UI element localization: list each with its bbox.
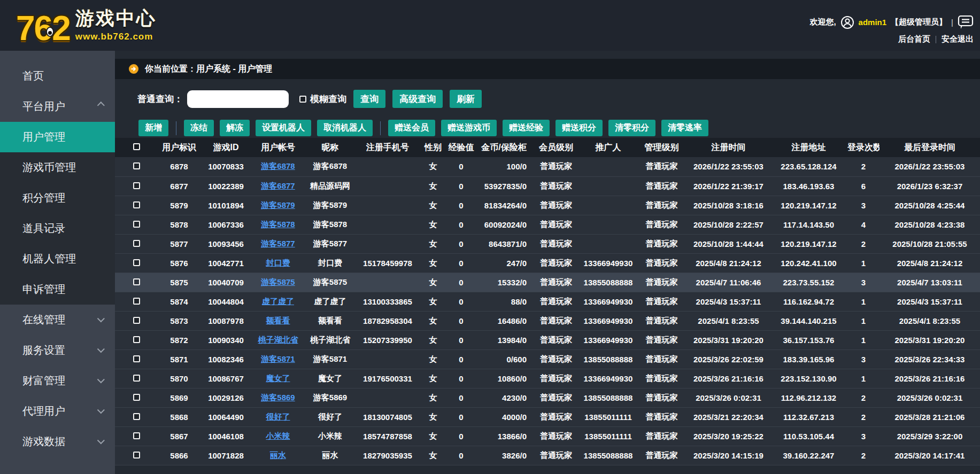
nav-safe-logout[interactable]: 安全退出 [942, 34, 974, 44]
freeze-button[interactable]: 冻结 [184, 120, 214, 136]
cell-exp: 0 [446, 407, 476, 426]
cell-last_login: 2025/3/20 14:17:41 [879, 446, 980, 465]
row-checkbox[interactable] [133, 452, 140, 459]
user-account-link[interactable]: 游客5875 [261, 277, 295, 286]
row-checkbox[interactable] [133, 355, 140, 362]
cell-promoter: 13855088888 [580, 446, 636, 465]
cell-nickname: 游客5879 [305, 196, 356, 215]
row-checkbox[interactable] [133, 432, 140, 439]
cell-last_login: 2025/3/26 0:02:31 [879, 388, 980, 407]
user-account-link[interactable]: 游客5879 [261, 200, 295, 209]
cell-game_id: 10082346 [200, 349, 251, 369]
sidebar-item-game-coin-management[interactable]: 游戏币管理 [0, 152, 115, 183]
row-checkbox[interactable] [133, 317, 140, 324]
gift-exp-button[interactable]: 赠送经验 [503, 120, 550, 136]
advanced-query-button[interactable]: 高级查询 [392, 90, 443, 108]
cell-user_id: 5869 [158, 388, 200, 407]
fuzzy-checkbox[interactable] [299, 96, 306, 103]
cell-reg_time: 2025/3/20 19:25:22 [687, 426, 770, 446]
user-account-link[interactable]: 虚了虚了 [262, 297, 294, 306]
sidebar-item-platform-users[interactable]: 平台用户 [0, 91, 115, 122]
cell-nickname: 很好了 [305, 407, 356, 426]
cell-account: 游客5878 [251, 215, 305, 234]
sidebar-item-robot-management[interactable]: 机器人管理 [0, 244, 115, 274]
cell-member_level: 普通玩家 [532, 157, 580, 176]
separator: | [951, 18, 953, 27]
row-checkbox[interactable] [133, 278, 140, 285]
user-account-link[interactable]: 游客5877 [261, 239, 295, 248]
cancel-robot-button[interactable]: 取消机器人 [317, 120, 373, 136]
sidebar-item-agent-users[interactable]: 代理用户 [0, 396, 115, 426]
cell-login_count: 3 [847, 273, 879, 292]
row-checkbox[interactable] [133, 336, 140, 343]
row-checkbox[interactable] [133, 259, 140, 266]
row-checkbox[interactable] [133, 182, 140, 189]
cell-account: 小米辣 [251, 426, 305, 446]
user-account-link[interactable]: 丽水 [270, 450, 286, 460]
cell-promoter: 13366949930 [580, 369, 636, 388]
user-account-link[interactable]: 魔女了 [266, 374, 290, 383]
cell-nickname: 游客5875 [305, 273, 356, 292]
cell-user_id: 5871 [158, 349, 200, 369]
cell-gender: 女 [420, 349, 446, 369]
user-account-link[interactable]: 游客5871 [261, 354, 295, 363]
cell-login_count: 3 [847, 349, 879, 369]
gift-game-coin-button[interactable]: 赠送游戏币 [441, 120, 497, 136]
user-account-link[interactable]: 游客6878 [261, 161, 295, 170]
cell-gender: 女 [420, 330, 446, 349]
search-input[interactable] [187, 90, 289, 108]
row-checkbox[interactable] [133, 221, 140, 228]
cell-reg_time: 2025/10/28 2:22:57 [687, 215, 770, 234]
user-account-link[interactable]: 桃子湖北省 [258, 335, 298, 344]
query-button[interactable]: 查询 [353, 90, 385, 108]
row-checkbox[interactable] [133, 240, 140, 247]
row-checkbox[interactable] [133, 201, 140, 208]
row-checkbox[interactable] [133, 162, 140, 169]
cell-nickname: 游客5878 [305, 215, 356, 234]
clear-escape-rate-button[interactable]: 清零逃率 [661, 120, 708, 136]
sidebar-item-game-data[interactable]: 游戏数据 [0, 426, 115, 457]
table-row: 587610042771封口费封口费15178459978女0247/0普通玩家… [115, 253, 980, 273]
gift-points-button[interactable]: 赠送积分 [555, 120, 603, 136]
sidebar-item-wealth-management[interactable]: 财富管理 [0, 366, 115, 396]
user-account-link[interactable]: 额看看 [266, 316, 290, 325]
sidebar-item-item-records[interactable]: 道具记录 [0, 213, 115, 244]
user-account-link[interactable]: 小米辣 [266, 431, 290, 440]
row-checkbox[interactable] [133, 394, 140, 401]
cell-reg_time: 2025/3/26 22:02:59 [687, 349, 770, 369]
gift-member-button[interactable]: 赠送会员 [388, 120, 435, 136]
fuzzy-query-option[interactable]: 模糊查询 [299, 93, 346, 105]
cell-reg_ip: 223.152.130.90 [770, 369, 847, 388]
cell-promoter: 13366949930 [580, 292, 636, 311]
user-account-link[interactable]: 游客5878 [261, 220, 295, 229]
cell-exp: 0 [446, 176, 476, 196]
sidebar-item-user-management[interactable]: 用户管理 [0, 122, 115, 152]
user-account-link[interactable]: 很好了 [266, 412, 290, 421]
cell-account: 额看看 [251, 311, 305, 330]
message-icon[interactable] [958, 15, 974, 29]
sidebar-item-home[interactable]: 首页 [0, 61, 115, 91]
user-account-link[interactable]: 游客6877 [261, 181, 295, 190]
row-checkbox[interactable] [133, 375, 140, 382]
user-account-link[interactable]: 封口费 [266, 258, 290, 267]
unfreeze-button[interactable]: 解冻 [220, 120, 250, 136]
cell-reg_ip: 112.32.67.213 [770, 407, 847, 426]
nav-backend-home[interactable]: 后台首页 [898, 34, 930, 44]
clear-points-button[interactable]: 清零积分 [608, 120, 655, 136]
cell-exp: 0 [446, 253, 476, 273]
cell-account: 游客5869 [251, 388, 305, 407]
sidebar-item-service-settings[interactable]: 服务设置 [0, 335, 115, 366]
row-checkbox[interactable] [133, 413, 140, 420]
add-button[interactable]: 新增 [138, 120, 168, 136]
sidebar-item-appeal-management[interactable]: 申诉管理 [0, 274, 115, 305]
sidebar-item-points-management[interactable]: 积分管理 [0, 183, 115, 213]
row-checkbox[interactable] [133, 298, 140, 305]
sidebar-item-online-management[interactable]: 在线管理 [0, 305, 115, 335]
cell-admin_level: 普通玩家 [636, 349, 687, 369]
user-account-link[interactable]: 游客5869 [261, 393, 295, 402]
set-robot-button[interactable]: 设置机器人 [256, 120, 311, 136]
cell-login_count: 2 [847, 388, 879, 407]
cell-login_count: 2 [847, 407, 879, 426]
refresh-button[interactable]: 刷新 [450, 90, 482, 108]
select-all-checkbox[interactable] [133, 143, 140, 150]
